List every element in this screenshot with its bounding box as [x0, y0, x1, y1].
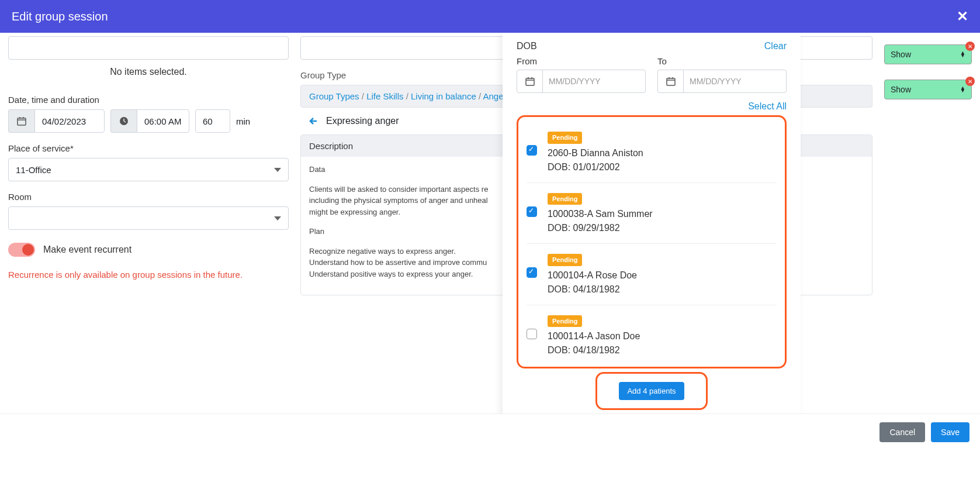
breadcrumb-separator: / [403, 91, 411, 101]
patient-checkbox[interactable] [527, 206, 537, 217]
calendar-icon [658, 70, 684, 92]
items-input[interactable] [8, 36, 289, 60]
to-label: To [657, 56, 787, 66]
svg-rect-12 [667, 78, 675, 85]
from-label: From [517, 56, 646, 66]
room-select[interactable] [8, 206, 289, 230]
back-arrow-icon[interactable] [309, 116, 319, 126]
pending-badge: Pending [548, 254, 582, 266]
breadcrumb-separator: / [476, 91, 483, 101]
patient-checkbox[interactable] [527, 145, 537, 156]
dob-to-input[interactable]: MM/DD/YYYY [657, 70, 787, 93]
patient-info: Pending1000104-A Rose DoeDOB: 04/18/1982 [548, 252, 637, 297]
patient-picker-panel: DOB Clear From MM/DD/YYYY To [503, 33, 801, 414]
breadcrumb-separator: / [359, 91, 367, 101]
dob-from-input[interactable]: MM/DD/YYYY [517, 70, 646, 93]
patient-name: 1000104-A Rose Doe [548, 268, 637, 282]
patient-info: Pending2060-B Dianna AnistonDOB: 01/01/2… [548, 130, 643, 174]
duration-unit: min [236, 116, 250, 126]
add-patients-button[interactable]: Add 4 patients [619, 382, 684, 400]
status-chip-label: Show [891, 85, 911, 94]
date-value: 04/02/2023 [34, 109, 105, 133]
clear-button[interactable]: Clear [764, 41, 787, 51]
close-icon[interactable]: ✕ [957, 8, 968, 25]
patient-dob: DOB: 04/18/1982 [548, 343, 640, 357]
remove-icon[interactable]: ✕ [965, 77, 975, 86]
group-title: Expressing anger [326, 116, 399, 126]
save-button[interactable]: Save [931, 422, 969, 442]
remove-icon[interactable]: ✕ [965, 42, 975, 51]
patient-row[interactable]: Pending1000038-A Sam SummerDOB: 09/29/19… [527, 183, 777, 244]
status-chip[interactable]: Show ▲▼ ✕ [884, 80, 972, 99]
modal-title: Edit group session [12, 10, 108, 23]
modal-header: Edit group session ✕ [0, 0, 980, 33]
patient-dob: DOB: 01/01/2002 [548, 160, 643, 174]
date-input[interactable]: 04/02/2023 [8, 109, 105, 133]
recurrent-warning: Recurrence is only available on group se… [8, 270, 289, 280]
cancel-button[interactable]: Cancel [879, 422, 925, 442]
dob-from-placeholder: MM/DD/YYYY [543, 70, 645, 92]
date-label: Date, time and duration [8, 95, 289, 105]
patient-row[interactable]: Pending1000104-A Rose DoeDOB: 04/18/1982 [527, 244, 777, 305]
time-value: 06:00 AM [137, 109, 189, 133]
calendar-icon [517, 70, 543, 92]
svg-rect-8 [526, 78, 534, 85]
status-chip-label: Show [891, 50, 911, 59]
place-value: 11-Office [16, 165, 51, 175]
dob-label: DOB [517, 41, 537, 51]
duration-input[interactable]: 60 [195, 109, 230, 133]
select-all-button[interactable]: Select All [517, 101, 787, 112]
sort-icon: ▲▼ [960, 87, 965, 92]
patient-row[interactable]: Pending2060-B Dianna AnistonDOB: 01/01/2… [527, 122, 777, 183]
patient-dob: DOB: 09/29/1982 [548, 221, 653, 235]
patient-checkbox[interactable] [527, 267, 537, 278]
patient-checkbox[interactable] [527, 329, 537, 339]
place-label: Place of service* [8, 143, 289, 153]
clock-icon [110, 109, 137, 133]
calendar-icon [8, 109, 34, 133]
recurrent-label: Make event recurrent [43, 244, 131, 255]
breadcrumb-item[interactable]: Living in balance [411, 91, 476, 101]
patient-name: 1000038-A Sam Summer [548, 207, 653, 221]
patient-row[interactable]: Pending1000114-A Jason DoeDOB: 04/18/198… [527, 305, 777, 366]
time-input[interactable]: 06:00 AM [110, 109, 189, 133]
patient-dob: DOB: 04/18/1982 [548, 282, 637, 297]
place-select[interactable]: 11-Office [8, 158, 289, 181]
patient-info: Pending1000038-A Sam SummerDOB: 09/29/19… [548, 191, 653, 236]
chevron-down-icon [274, 168, 281, 172]
breadcrumb-item[interactable]: Group Types [309, 91, 359, 101]
patient-name: 1000114-A Jason Doe [548, 329, 640, 343]
dob-to-placeholder: MM/DD/YYYY [684, 70, 786, 92]
patient-name: 2060-B Dianna Aniston [548, 146, 643, 160]
sort-icon: ▲▼ [960, 51, 965, 57]
add-patients-highlight: Add 4 patients [595, 372, 708, 410]
pending-badge: Pending [548, 315, 582, 328]
patient-info: Pending1000114-A Jason DoeDOB: 04/18/198… [548, 313, 640, 358]
modal-footer: Cancel Save [0, 414, 980, 450]
status-chip[interactable]: Show ▲▼ ✕ [884, 44, 972, 64]
chevron-down-icon [274, 216, 281, 221]
breadcrumb-item[interactable]: Life Skills [366, 91, 403, 101]
no-items-message: No items selected. [8, 60, 289, 84]
patients-list: Pending2060-B Dianna AnistonDOB: 01/01/2… [517, 115, 787, 368]
pending-badge: Pending [548, 193, 582, 205]
pending-badge: Pending [548, 132, 582, 144]
recurrent-toggle[interactable] [8, 243, 35, 257]
svg-rect-0 [18, 118, 26, 125]
room-label: Room [8, 192, 289, 202]
